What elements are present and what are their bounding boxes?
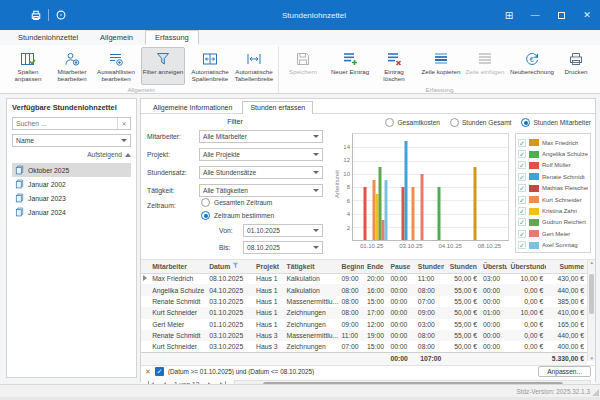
scrollbar-thumb[interactable] bbox=[589, 274, 594, 314]
radio-gesamten-zeitraum[interactable]: Gesamten Zeitraum bbox=[201, 198, 323, 207]
radio-label: Gesamten Zeitraum bbox=[214, 199, 272, 206]
scroll-up-icon[interactable]: ▲ bbox=[590, 260, 594, 265]
column-filter-icon[interactable] bbox=[232, 262, 239, 270]
legend-item-gert-meier[interactable]: ✓Gert Meier bbox=[518, 228, 588, 239]
legend-item-kurt-schneider[interactable]: ✓Kurt Schneider bbox=[518, 194, 588, 205]
help-icon[interactable] bbox=[55, 9, 67, 21]
list-item-januar-2024[interactable]: Januar 2024 bbox=[12, 205, 131, 219]
ribbon-button-auswahllisten-bearbeiten[interactable]: Auswahllisten bearbeiten bbox=[94, 47, 138, 85]
column-header-mitarbeiter-0[interactable]: Mitarbeiter bbox=[149, 260, 206, 273]
column-header-summe-11[interactable]: Summe bbox=[546, 260, 587, 273]
remove-filter-icon[interactable]: ✕ bbox=[145, 368, 151, 376]
table-row[interactable]: Max Friedrich08.10.2025Haus 1Kalkulation… bbox=[141, 273, 587, 284]
legend-checkbox[interactable]: ✓ bbox=[518, 196, 526, 204]
tab-stunden-erfassen[interactable]: Stunden erfassen bbox=[242, 101, 313, 114]
apps-icon[interactable]: ⊞ bbox=[496, 0, 522, 30]
legend-checkbox[interactable]: ✓ bbox=[518, 161, 526, 169]
table-row[interactable]: Gert Meier01.10.2025Haus 1Zeichnungen09:… bbox=[141, 319, 587, 330]
radio-zeitraum-bestimmen[interactable]: Zeitraum bestimmen bbox=[201, 211, 323, 220]
filter-dropdown-projekt[interactable]: Alle Projekte bbox=[199, 148, 323, 161]
legend-checkbox[interactable]: ✓ bbox=[518, 150, 526, 158]
filter-dropdown-mitarbeiter[interactable]: Alle Mitarbeiter bbox=[199, 130, 323, 143]
anpassen-button[interactable]: Anpassen... bbox=[538, 366, 591, 377]
column-header-beginn-4[interactable]: Beginn bbox=[339, 260, 364, 273]
tab-allgemeine-informationen[interactable]: Allgemeine Informationen bbox=[145, 101, 240, 113]
mode-radio-stunden-gesamt[interactable]: Stunden Gesamt bbox=[450, 118, 511, 127]
bis-date-dropdown[interactable]: 08.10.2025 bbox=[243, 241, 323, 254]
close-button[interactable]: ✕ bbox=[574, 0, 600, 30]
column-header-pause-6[interactable]: Pause bbox=[387, 260, 414, 273]
column-header-datum-1[interactable]: Datum bbox=[206, 260, 253, 273]
maximize-button[interactable] bbox=[548, 0, 574, 30]
legend-item-kristina-zahn[interactable]: ✓Kristina Zahn bbox=[518, 205, 588, 216]
print-quick-icon[interactable] bbox=[30, 9, 42, 21]
ribbon-tab-stundenlohnzettel[interactable]: Stundenlohnzettel bbox=[8, 30, 88, 45]
cell: 00:00 bbox=[387, 319, 414, 330]
ribbon-button-eintrag-l-schen[interactable]: Eintrag löschen bbox=[372, 47, 416, 85]
legend-checkbox[interactable]: ✓ bbox=[518, 207, 526, 215]
ribbon-button-spalten-anpassen[interactable]: Spalten anpassen bbox=[6, 47, 50, 85]
column-header-stunden-7[interactable]: Stunden bbox=[415, 260, 445, 273]
list-item-januar-2002[interactable]: Januar 2002 bbox=[12, 177, 131, 191]
legend-item-rolf-müller[interactable]: ✓Rolf Müller bbox=[518, 160, 588, 171]
search-input[interactable] bbox=[13, 118, 117, 129]
table-row[interactable]: Renate Schmidt03.10.2025Haus 3Massenermi… bbox=[141, 330, 587, 341]
total-cell bbox=[253, 353, 284, 365]
ribbon-tab-erfassung[interactable]: Erfassung bbox=[145, 30, 199, 45]
ribbon-button-zeile-kopieren[interactable]: Zeile kopieren bbox=[419, 47, 463, 85]
minimize-button[interactable]: — bbox=[522, 0, 548, 30]
legend-item-renate-schmidt[interactable]: ✓Renate Schmidt bbox=[518, 171, 588, 182]
legend-checkbox[interactable]: ✓ bbox=[518, 218, 526, 226]
filter-active-checkbox[interactable]: ✓ bbox=[155, 367, 164, 376]
mode-radio-gesamtkosten[interactable]: Gesamtkosten bbox=[385, 118, 440, 127]
legend-item-gudrun-reichert[interactable]: ✓Gudrun Reichert bbox=[518, 217, 588, 228]
column-header-überstunde-10[interactable]: Überstunde bbox=[507, 260, 546, 273]
cell: 00:00 bbox=[480, 319, 507, 330]
column-header-überstu-9[interactable]: Überstu bbox=[480, 260, 507, 273]
legend-checkbox[interactable]: ✓ bbox=[518, 241, 526, 249]
von-date-dropdown[interactable]: 01.10.2025 bbox=[243, 224, 323, 237]
legend-item-angelika-schulze[interactable]: ✓Angelika Schulze bbox=[518, 148, 588, 159]
list-item-oktober-2025[interactable]: Oktober 2025 bbox=[12, 163, 131, 177]
table-row[interactable]: Kurt Schneider03.10.2025Haus 3Zeichnunge… bbox=[141, 341, 587, 352]
ribbon-tab-allgemein[interactable]: Allgemein bbox=[90, 30, 143, 45]
ribbon-button-automatische-spaltenbreite[interactable]: Automatische Spaltenbreite bbox=[188, 47, 232, 85]
legend-checkbox[interactable]: ✓ bbox=[518, 184, 526, 192]
cell: 08:00 bbox=[339, 307, 364, 318]
sort-field-dropdown[interactable]: Name bbox=[12, 134, 131, 147]
legend-checkbox[interactable]: ✓ bbox=[518, 230, 526, 238]
page-copy-icon bbox=[15, 193, 24, 204]
cell: Haus 1 bbox=[253, 273, 284, 284]
column-header-tätigkeit-3[interactable]: Tätigkeit bbox=[284, 260, 339, 273]
cell: 00:00 bbox=[480, 341, 507, 352]
column-header-stunden-8[interactable]: Stunden bbox=[444, 260, 480, 273]
table-row[interactable]: Angelika Schulze04.10.2025Haus 1Kalkulat… bbox=[141, 284, 587, 295]
ribbon-button-mitarbeiter-bearbeiten[interactable]: Mitarbeiter bearbeiten bbox=[50, 47, 94, 85]
filter-dropdown-stundensatz[interactable]: Alle Stundensätze bbox=[199, 166, 323, 179]
ribbon-button-drucken[interactable]: Drucken bbox=[554, 47, 598, 85]
mode-radio-stunden-mitarbeiter[interactable]: Stunden Mitarbeiter bbox=[521, 118, 591, 127]
table-row[interactable]: Renate Schmidt03.10.2025Haus 1Massenermi… bbox=[141, 296, 587, 307]
ribbon-button-neuberechnung[interactable]: €Neuberechnung bbox=[510, 47, 554, 85]
cell: 15:00 bbox=[364, 341, 387, 352]
clear-search-icon[interactable]: ✕ bbox=[117, 118, 130, 129]
ribbon-button-filter-anzeigen[interactable]: Filter anzeigen bbox=[141, 47, 185, 85]
filter-dropdown-tätigkeit[interactable]: Alle Tätigkeiten bbox=[199, 184, 323, 197]
sort-direction-button[interactable]: Aufsteigend bbox=[12, 151, 131, 158]
legend-item-axel-sonntag[interactable]: ✓Axel Sonntag bbox=[518, 240, 588, 251]
scroll-down-icon[interactable]: ▼ bbox=[590, 356, 594, 361]
column-header-ende-5[interactable]: Ende bbox=[364, 260, 387, 273]
resize-grip[interactable] bbox=[592, 389, 599, 396]
table-row[interactable]: Kurt Schneider01.10.2025Haus 1Zeichnunge… bbox=[141, 307, 587, 318]
total-cell bbox=[444, 353, 480, 365]
legend-checkbox[interactable]: ✓ bbox=[518, 173, 526, 181]
radio-icon bbox=[201, 198, 210, 207]
legend-checkbox[interactable]: ✓ bbox=[518, 139, 526, 147]
ribbon-button-automatische-tabellenbreite[interactable]: Automatische Tabellenbreite bbox=[232, 47, 276, 85]
legend-item-mathias-fleischer[interactable]: ✓Mathias Fleischer bbox=[518, 183, 588, 194]
column-header-projekt-2[interactable]: Projekt bbox=[253, 260, 284, 273]
ribbon-button-neuer-eintrag[interactable]: Neuer Eintrag bbox=[328, 47, 372, 85]
list-item-januar-2023[interactable]: Januar 2023 bbox=[12, 191, 131, 205]
table-vertical-scrollbar[interactable]: ▲ ▼ bbox=[587, 260, 595, 361]
legend-item-max-friedrich[interactable]: ✓Max Friedrich bbox=[518, 137, 588, 148]
